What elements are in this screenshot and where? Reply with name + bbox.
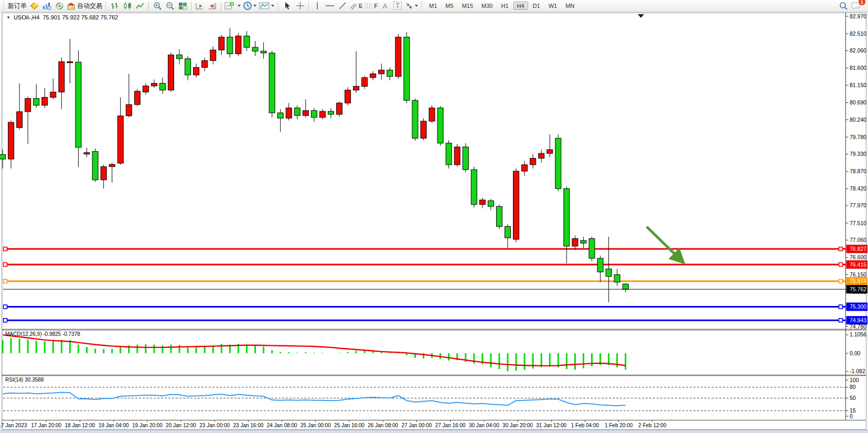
auto-scroll-button[interactable] [194,1,206,11]
candle-up[interactable] [370,74,376,78]
candle-up[interactable] [101,166,106,179]
candle-up[interactable] [454,147,460,165]
candle-up[interactable] [117,116,123,163]
bar-chart-type-button[interactable] [109,1,121,11]
zoom-out-button[interactable] [164,1,176,11]
candle-up[interactable] [168,55,174,90]
toolbar-grip[interactable] [421,2,423,10]
signal-icon[interactable] [53,1,66,11]
candle-down[interactable] [555,138,561,188]
candle-down[interactable] [244,36,250,48]
toolbar-grip[interactable] [3,2,5,10]
candle-down[interactable] [496,206,502,226]
candle-up[interactable] [353,86,359,90]
hline-handle[interactable] [4,263,7,267]
fibonacci-tool-button[interactable]: F [363,1,379,11]
candle-up[interactable] [572,239,578,246]
candle-up[interactable] [286,108,292,118]
candle-up[interactable] [126,104,132,116]
new-chart-button[interactable] [223,1,242,11]
text-label-tool-button[interactable]: T [391,1,404,11]
candle-up[interactable] [210,50,216,60]
timeframe-h4[interactable]: H4 [513,2,528,10]
zoom-in-button[interactable] [151,1,164,11]
equidistant-channel-tool-button[interactable]: E [349,1,363,11]
candle-down[interactable] [328,111,334,114]
hline-handle[interactable] [839,319,843,322]
candle-up[interactable] [421,121,426,138]
timeframe-m30[interactable]: M30 [478,2,496,10]
candle-up[interactable] [513,171,519,239]
candle-down[interactable] [437,108,443,143]
candle-up[interactable] [194,67,199,75]
text-tool-button[interactable]: A [379,1,391,11]
candle-down[interactable] [463,147,468,170]
chart-canvas[interactable]: 82.97082.51082.06081.60081.15080.69080.2… [0,0,868,433]
chart-shift-button[interactable] [206,1,219,11]
candle-up[interactable] [522,165,528,171]
gold-diamond-icon[interactable] [28,1,40,11]
candle-down[interactable] [177,55,183,59]
candle-up[interactable] [134,91,140,104]
hline-handle[interactable] [839,263,843,267]
timeframe-h1[interactable]: H1 [497,2,512,10]
candle-up[interactable] [50,92,56,97]
candle-up[interactable] [67,62,73,63]
candle-down[interactable] [606,269,612,276]
arrows-tool-button[interactable] [404,1,420,11]
hline-handle[interactable] [4,305,7,309]
candle-down[interactable] [92,152,98,180]
hline-handle[interactable] [4,279,7,283]
horizontal-line-tool-button[interactable] [324,1,336,11]
hline-handle[interactable] [839,279,843,283]
candle-up[interactable] [219,37,224,50]
candle-up[interactable] [319,111,325,118]
candle-up[interactable] [379,70,384,73]
candle-down[interactable] [311,111,317,118]
candle-up[interactable] [17,112,23,128]
timeframe-m15[interactable]: M15 [458,2,477,10]
market-watch-icon[interactable] [40,1,53,11]
candle-up[interactable] [337,103,342,114]
candle-down[interactable] [387,70,393,76]
candle-down[interactable] [34,99,39,105]
candle-up[interactable] [109,164,115,166]
chat-button[interactable]: 1 [850,1,862,11]
candle-down[interactable] [76,62,81,147]
candle-up[interactable] [547,150,553,153]
line-chart-type-button[interactable] [134,1,146,11]
candle-up[interactable] [202,60,208,67]
tile-windows-button[interactable] [176,1,189,11]
candle-down[interactable] [277,113,283,118]
hline-handle[interactable] [839,247,843,251]
candle-down[interactable] [294,108,300,115]
candle-up[interactable] [59,62,65,92]
candlestick-chart-type-button[interactable] [121,1,134,11]
candle-up[interactable] [151,83,157,86]
candle-down[interactable] [227,37,233,54]
timeframe-m5[interactable]: M5 [442,2,457,10]
candle-up[interactable] [362,78,368,87]
search-button[interactable] [837,1,850,11]
candle-down[interactable] [261,51,266,53]
candle-down[interactable] [614,274,620,282]
candle-up[interactable] [395,37,401,77]
candle-up[interactable] [84,153,90,154]
candle-up[interactable] [345,90,351,103]
toolbar-grip[interactable] [277,2,280,10]
candle-down[interactable] [404,37,410,101]
periodicity-button[interactable] [242,1,258,11]
new-order-button[interactable]: 新订单 [7,1,28,11]
indicators-button[interactable] [258,1,276,11]
candle-up[interactable] [539,153,544,158]
candle-down[interactable] [269,53,275,113]
candle-up[interactable] [143,86,148,92]
hline-handle[interactable] [839,305,843,309]
candle-down[interactable] [0,154,6,159]
candle-down[interactable] [597,258,603,272]
candle-up[interactable] [303,111,308,115]
auto-trading-button[interactable]: 自动交易 [66,1,103,11]
candle-down[interactable] [446,143,452,165]
candle-down[interactable] [252,47,258,51]
candle-down[interactable] [581,240,586,243]
